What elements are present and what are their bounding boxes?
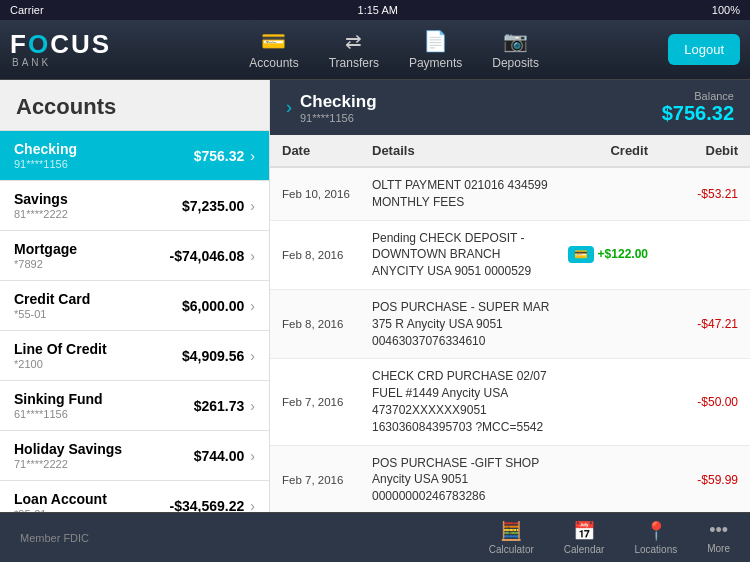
account-item-line-of-credit[interactable]: Line Of Credit *2100 $4,909.56 › <box>0 331 269 381</box>
content-account-number: 91****1156 <box>300 112 377 124</box>
footer-more[interactable]: ••• More <box>707 520 730 555</box>
time: 1:15 AM <box>358 4 398 16</box>
account-number-loan: *95-01 <box>14 508 107 512</box>
account-name-sinking: Sinking Fund <box>14 391 103 407</box>
table-row: Feb 8, 2016 POS PURCHASE - SUPER MAR 375… <box>270 290 750 359</box>
sidebar-title: Accounts <box>0 80 269 131</box>
col-date: Date <box>282 143 372 158</box>
chevron-icon: › <box>250 298 255 314</box>
footer: Member FDIC 🧮 Calculator 📅 Calendar 📍 Lo… <box>0 512 750 562</box>
footer-locations[interactable]: 📍 Locations <box>634 520 677 555</box>
account-number-sinking: 61****1156 <box>14 408 103 420</box>
status-bar: Carrier 1:15 AM 100% <box>0 0 750 20</box>
payments-icon: 📄 <box>423 29 448 53</box>
credit-card-icon: 💳 <box>568 246 594 263</box>
chevron-icon: › <box>250 498 255 513</box>
calculator-label: Calculator <box>489 544 534 555</box>
account-number-savings: 81****2222 <box>14 208 68 220</box>
table-header: Date Details Credit Debit <box>270 135 750 168</box>
account-number-holiday: 71****2222 <box>14 458 122 470</box>
account-item-savings[interactable]: Savings 81****2222 $7,235.00 › <box>0 181 269 231</box>
txn-credit: 💳+$122.00 <box>558 246 648 263</box>
txn-details: CHECK CRD PURCHASE 02/07 FUEL #1449 Anyc… <box>372 368 558 435</box>
account-balance-loc: $4,909.56 <box>182 348 244 364</box>
txn-details: OLTT PAYMENT 021016 434599 MONTHLY FEES <box>372 177 558 211</box>
account-name-savings: Savings <box>14 191 68 207</box>
nav-transfers[interactable]: ⇄ Transfers <box>329 29 379 70</box>
account-number-credit-card: *55-01 <box>14 308 90 320</box>
account-item-mortgage[interactable]: Mortgage *7892 -$74,046.08 › <box>0 231 269 281</box>
nav-deposits[interactable]: 📷 Deposits <box>492 29 539 70</box>
locations-icon: 📍 <box>645 520 667 542</box>
expand-icon[interactable]: › <box>286 97 292 118</box>
main-layout: Accounts Checking 91****1156 $756.32 › S… <box>0 80 750 512</box>
header-nav: 💳 Accounts ⇄ Transfers 📄 Payments 📷 Depo… <box>120 29 668 70</box>
table-row: Feb 10, 2016 OLTT PAYMENT 021016 434599 … <box>270 168 750 221</box>
footer-calculator[interactable]: 🧮 Calculator <box>489 520 534 555</box>
txn-date: Feb 8, 2016 <box>282 318 372 330</box>
header: FOCUS BANK 💳 Accounts ⇄ Transfers 📄 Paym… <box>0 20 750 80</box>
table-row: Feb 8, 2016 Pending CHECK DEPOSIT - DOWN… <box>270 221 750 290</box>
chevron-icon: › <box>250 398 255 414</box>
transactions-table[interactable]: Date Details Credit Debit Feb 10, 2016 O… <box>270 135 750 512</box>
content-header: › Checking 91****1156 Balance $756.32 <box>270 80 750 135</box>
nav-deposits-label: Deposits <box>492 56 539 70</box>
logo-bank: BANK <box>12 57 51 68</box>
account-balance-checking: $756.32 <box>194 148 245 164</box>
carrier: Carrier <box>10 4 44 16</box>
account-item-holiday-savings[interactable]: Holiday Savings 71****2222 $744.00 › <box>0 431 269 481</box>
logo: FOCUS BANK <box>10 31 120 68</box>
chevron-icon: › <box>250 148 255 164</box>
account-balance-credit-card: $6,000.00 <box>182 298 244 314</box>
account-name-credit-card: Credit Card <box>14 291 90 307</box>
account-name-checking: Checking <box>14 141 77 157</box>
locations-label: Locations <box>634 544 677 555</box>
account-number-loc: *2100 <box>14 358 107 370</box>
account-item-sinking-fund[interactable]: Sinking Fund 61****1156 $261.73 › <box>0 381 269 431</box>
account-balance-mortgage: -$74,046.08 <box>170 248 245 264</box>
nav-payments-label: Payments <box>409 56 462 70</box>
table-row: Feb 7, 2016 CHECK CRD PURCHASE 02/07 FUE… <box>270 359 750 445</box>
txn-date: Feb 8, 2016 <box>282 249 372 261</box>
txn-date: Feb 7, 2016 <box>282 396 372 408</box>
nav-payments[interactable]: 📄 Payments <box>409 29 462 70</box>
logo-focus: FOCUS <box>10 31 111 57</box>
account-name-mortgage: Mortgage <box>14 241 77 257</box>
more-icon: ••• <box>709 520 728 541</box>
accounts-icon: 💳 <box>261 29 286 53</box>
txn-debit: -$53.21 <box>648 187 738 201</box>
chevron-icon: › <box>250 248 255 264</box>
account-item-loan[interactable]: Loan Account *95-01 -$34,569.22 › <box>0 481 269 512</box>
battery: 100% <box>712 4 740 16</box>
txn-details: POS PURCHASE - SUPER MAR 375 R Anycity U… <box>372 299 558 349</box>
footer-calendar[interactable]: 📅 Calendar <box>564 520 605 555</box>
balance-label: Balance <box>662 90 734 102</box>
sidebar: Accounts Checking 91****1156 $756.32 › S… <box>0 80 270 512</box>
txn-debit: -$47.21 <box>648 317 738 331</box>
account-balance-sinking: $261.73 <box>194 398 245 414</box>
account-name-loan: Loan Account <box>14 491 107 507</box>
logout-button[interactable]: Logout <box>668 34 740 65</box>
account-name-loc: Line Of Credit <box>14 341 107 357</box>
account-item-checking[interactable]: Checking 91****1156 $756.32 › <box>0 131 269 181</box>
col-debit: Debit <box>648 143 738 158</box>
txn-debit: -$50.00 <box>648 395 738 409</box>
txn-details: Pending CHECK DEPOSIT - DOWNTOWN BRANCH … <box>372 230 558 280</box>
txn-details: POS PURCHASE -GIFT SHOP Anycity USA 9051… <box>372 455 558 505</box>
more-label: More <box>707 543 730 554</box>
calendar-label: Calendar <box>564 544 605 555</box>
content-account-name: Checking <box>300 92 377 112</box>
txn-debit: -$59.99 <box>648 473 738 487</box>
content-balance: $756.32 <box>662 102 734 125</box>
fdic-label: Member FDIC <box>20 532 89 544</box>
col-details: Details <box>372 143 558 158</box>
account-item-credit-card[interactable]: Credit Card *55-01 $6,000.00 › <box>0 281 269 331</box>
footer-nav: 🧮 Calculator 📅 Calendar 📍 Locations ••• … <box>489 520 730 555</box>
nav-accounts-label: Accounts <box>249 56 298 70</box>
txn-date: Feb 10, 2016 <box>282 188 372 200</box>
calendar-icon: 📅 <box>573 520 595 542</box>
table-row: Feb 7, 2016 POS PURCHASE -GIFT SHOP Anyc… <box>270 446 750 512</box>
chevron-icon: › <box>250 198 255 214</box>
nav-accounts[interactable]: 💳 Accounts <box>249 29 298 70</box>
transfers-icon: ⇄ <box>345 29 362 53</box>
